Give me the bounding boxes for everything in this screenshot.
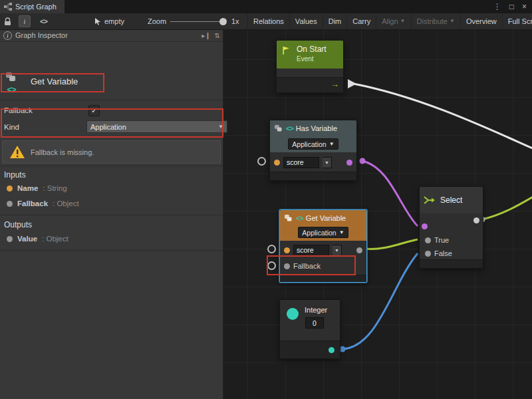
distribute-button[interactable]: Distribute▼ — [411, 13, 460, 29]
false-input-port[interactable] — [425, 251, 431, 257]
graph-inspector-panel: i Graph Inspector ▸❙ ⇅ <> Get Variable F… — [0, 29, 223, 399]
true-input-port[interactable] — [425, 237, 431, 243]
connection-wires — [223, 29, 532, 399]
output-row-value: Value : Object — [7, 235, 68, 243]
flow-arrow-white — [348, 79, 356, 88]
node-title: Has Variable — [296, 124, 337, 132]
graph-toolbar: i <> empty Zoom 1x Relations Values Dim … — [0, 13, 532, 30]
warning-text: Fallback is missing. — [31, 148, 94, 156]
fallback-checkbox[interactable]: ✓ — [88, 105, 100, 116]
align-button[interactable]: Align▼ — [376, 13, 410, 29]
fallback-option-label: Fallback — [4, 106, 33, 114]
chevron-down-icon: ▼ — [339, 230, 344, 235]
variables-icon — [5, 72, 17, 82]
window-title: Script Graph — [15, 3, 57, 11]
dock-icon[interactable]: ▸❙ — [201, 32, 210, 39]
node-subtitle: Event — [297, 55, 314, 63]
unconnected-port-ring[interactable] — [257, 157, 266, 166]
chevron-down-icon: ▼ — [450, 19, 455, 24]
unit-title: Get Variable — [31, 76, 78, 86]
select-icon — [424, 195, 436, 205]
cursor-icon — [94, 13, 101, 29]
name-input-port[interactable] — [284, 247, 290, 253]
inspector-header-label: Graph Inspector — [15, 31, 68, 39]
port-dot-gray — [7, 201, 13, 207]
lock-icon[interactable] — [4, 13, 11, 29]
kind-dropdown[interactable]: Application▼ — [298, 227, 348, 238]
variables-icon — [284, 214, 293, 222]
checkmark-icon: ✓ — [91, 106, 97, 115]
inspector-header: i Graph Inspector ▸❙ ⇅ — [0, 29, 223, 42]
bool-output-port[interactable] — [346, 160, 352, 166]
code-icon: <> — [296, 214, 303, 222]
variable-picker-caret[interactable]: ▼ — [332, 245, 342, 256]
flow-output-arrow-icon[interactable]: → — [331, 79, 339, 89]
node-title: On Start — [297, 45, 327, 54]
chevron-down-icon: ▼ — [218, 124, 223, 130]
script-graph-window: Script Graph ⋮ □ × i <> empty Zoom 1x Re… — [0, 0, 532, 399]
name-input-port[interactable] — [274, 160, 280, 166]
integer-icon — [287, 308, 299, 320]
info-icon: i — [3, 31, 12, 40]
code-icon: <> — [286, 124, 293, 132]
node-select[interactable]: Select True False — [419, 186, 483, 269]
input-row-fallback: Fallback : Object — [7, 200, 79, 207]
code-view-icon[interactable]: <> — [40, 13, 47, 29]
zoom-label: Zoom — [148, 13, 166, 29]
value-output-port[interactable] — [356, 247, 362, 253]
fallback-port-label: Fallback — [293, 262, 321, 270]
relations-button[interactable]: Relations — [247, 13, 289, 29]
node-has-variable[interactable]: <> Has Variable Application▼ score ▼ — [269, 120, 357, 181]
zoom-slider-knob[interactable] — [219, 18, 227, 25]
unconnected-port-ring[interactable] — [267, 261, 276, 270]
maximize-icon[interactable]: □ — [509, 0, 514, 13]
variable-name-field[interactable]: score — [283, 157, 319, 168]
window-menu-icon[interactable]: ⋮ — [493, 0, 501, 13]
variable-name-field[interactable]: score — [293, 245, 329, 256]
chevron-down-icon: ▼ — [400, 19, 406, 24]
node-integer[interactable]: Integer 0 — [279, 299, 340, 359]
node-title: Select — [440, 196, 462, 205]
true-port-label: True — [434, 236, 449, 244]
integer-output-port[interactable] — [329, 347, 334, 353]
false-port-label: False — [434, 249, 452, 257]
zoom-value: 1x — [231, 13, 239, 29]
kind-label: Kind — [4, 123, 19, 131]
close-icon[interactable]: × — [522, 0, 527, 13]
tab-script-graph[interactable]: Script Graph — [0, 0, 65, 13]
warning-icon — [9, 145, 25, 159]
zoom-slider-track[interactable] — [170, 21, 223, 22]
kind-dropdown[interactable]: Application ▼ — [86, 120, 227, 133]
inputs-header: Inputs — [4, 170, 26, 180]
node-title: Get Variable — [306, 214, 346, 222]
title-bar: Script Graph ⋮ □ × — [0, 0, 532, 13]
input-row-name: Name : String — [7, 184, 67, 192]
selection-status: empty — [104, 13, 124, 29]
overview-button[interactable]: Overview — [460, 13, 502, 29]
info-icon: i — [19, 15, 31, 27]
inspector-toggle-button[interactable]: i — [19, 13, 31, 29]
variable-picker-caret[interactable]: ▼ — [323, 157, 332, 168]
integer-value-field[interactable]: 0 — [305, 317, 324, 329]
fullscreen-button[interactable]: Full Screen — [502, 13, 532, 29]
port-dot-orange — [7, 186, 13, 192]
node-on-start[interactable]: On Start Event → — [276, 40, 344, 93]
warning-box: Fallback is missing. — [2, 140, 221, 164]
node-get-variable[interactable]: <> Get Variable Application▼ score ▼ Fal… — [279, 209, 367, 283]
port-dot-gray — [7, 236, 13, 242]
values-button[interactable]: Values — [289, 13, 323, 29]
unconnected-port-ring[interactable] — [267, 245, 276, 253]
selection-output-port[interactable] — [473, 217, 479, 223]
code-icon: <> — [7, 84, 15, 94]
carry-button[interactable]: Carry — [346, 13, 376, 29]
fallback-input-port[interactable] — [284, 263, 290, 269]
node-title: Integer — [305, 306, 327, 314]
variables-icon — [274, 124, 283, 132]
outputs-header: Outputs — [4, 220, 32, 229]
dim-button[interactable]: Dim — [323, 13, 347, 29]
scroll-arrows-icon[interactable]: ⇅ — [215, 32, 220, 39]
flag-icon — [282, 46, 291, 55]
condition-input-port[interactable] — [422, 223, 428, 229]
kind-dropdown[interactable]: Application▼ — [288, 138, 338, 150]
graph-canvas[interactable]: On Start Event → <> Has Variable Applica… — [223, 29, 532, 399]
